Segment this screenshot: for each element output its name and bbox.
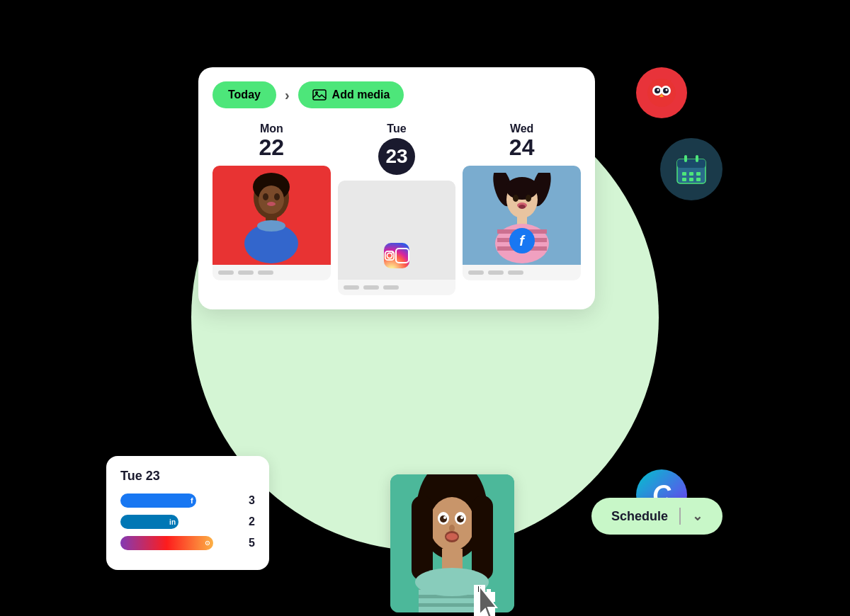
person1-silhouette: [232, 173, 310, 265]
stat-bar-ig: ⊙: [120, 536, 213, 550]
svg-rect-19: [696, 178, 701, 181]
day-header-tue: Tue 23: [378, 122, 415, 175]
facebook-badge-wed: f: [509, 228, 535, 253]
toolbar: Today › Add media: [212, 81, 581, 108]
calendar-grid: Mon 22: [212, 122, 581, 295]
day-name-wed: Wed: [509, 122, 535, 135]
stat-count-ig: 5: [241, 537, 255, 549]
facebook-bar-icon: f: [191, 496, 193, 505]
stat-count-li: 2: [241, 515, 255, 528]
svg-point-28: [274, 193, 280, 200]
person1-image: [212, 166, 331, 265]
stat-bar-wrap-fb: f: [120, 494, 237, 508]
svg-rect-13: [696, 155, 698, 162]
day-col-mon: Mon 22: [212, 122, 331, 295]
day-name-mon: Mon: [259, 122, 285, 135]
today-button[interactable]: Today: [212, 81, 276, 108]
svg-point-5: [657, 89, 659, 91]
cursor-hand: [470, 585, 506, 616]
chevron-down-icon[interactable]: ⌄: [692, 508, 703, 524]
stat-row-instagram: ⊙ 5: [120, 536, 255, 550]
svg-point-54: [440, 515, 447, 523]
post-dot-3: [258, 270, 273, 275]
day-col-wed: Wed 24: [463, 122, 581, 295]
stat-row-facebook: f 3: [120, 494, 255, 508]
scene: C Today › Add media Mon 22: [106, 25, 744, 591]
day-name-tue: Tue: [378, 122, 415, 135]
day-header-wed: Wed 24: [509, 122, 535, 160]
post-dot-5: [363, 285, 379, 290]
svg-rect-50: [412, 496, 433, 581]
stat-bar-fb: f: [120, 494, 196, 508]
stat-bar-wrap-ig: ⊙: [120, 536, 237, 550]
stat-count-fb: 3: [241, 494, 255, 507]
day-num-tue: 23: [378, 138, 415, 175]
svg-point-57: [460, 516, 463, 519]
svg-rect-20: [313, 90, 326, 100]
day-num-wed: 24: [509, 135, 535, 160]
svg-point-29: [267, 202, 276, 206]
cursor-hand-icon: [470, 585, 506, 616]
svg-rect-17: [682, 178, 686, 181]
svg-point-44: [526, 195, 531, 202]
facebook-icon: f: [509, 228, 535, 253]
linkedin-bar-icon: in: [169, 518, 176, 526]
stat-row-linkedin: in 2: [120, 515, 255, 529]
post-card-wed[interactable]: f: [463, 166, 581, 280]
svg-point-55: [457, 515, 464, 523]
post-dot-2: [238, 270, 254, 275]
post-footer-mon: [212, 265, 331, 280]
post-dot-6: [383, 285, 399, 290]
svg-point-46: [518, 205, 526, 209]
svg-rect-16: [696, 172, 701, 176]
post-dot-9: [508, 270, 523, 275]
stat-bar-li: in: [120, 515, 178, 529]
svg-point-27: [263, 193, 268, 200]
svg-rect-18: [689, 178, 693, 181]
schedule-label: Schedule: [611, 509, 668, 524]
schedule-button[interactable]: Schedule ⌄: [591, 498, 722, 535]
post-footer-wed: [463, 265, 581, 280]
stats-title: Tue 23: [120, 469, 255, 484]
calendar-icon: [674, 152, 708, 186]
calendar-badge[interactable]: [660, 138, 722, 200]
schedule-divider: [679, 508, 681, 525]
hootsuite-owl-icon: [647, 78, 676, 108]
post-dot-1: [218, 270, 234, 275]
svg-point-43: [513, 195, 518, 202]
post-dot-7: [468, 270, 484, 275]
instagram-bar-icon: ⊙: [205, 540, 210, 547]
media-icon: [312, 89, 327, 101]
svg-point-56: [443, 516, 446, 519]
svg-point-33: [392, 252, 393, 253]
chevron-right-icon[interactable]: ›: [285, 87, 290, 103]
svg-point-26: [259, 186, 284, 214]
hootsuite-badge[interactable]: [636, 67, 687, 118]
svg-rect-14: [682, 172, 686, 176]
svg-rect-12: [684, 155, 687, 162]
svg-rect-11: [677, 159, 706, 168]
post-footer-tue: [338, 280, 456, 295]
svg-point-49: [429, 497, 475, 551]
add-media-button[interactable]: Add media: [298, 81, 404, 108]
post-dot-4: [344, 285, 359, 290]
svg-point-6: [666, 89, 668, 91]
stats-card: Tue 23 f 3 in 2 ⊙: [106, 456, 269, 570]
svg-rect-15: [689, 172, 693, 176]
post-card-tue[interactable]: [338, 181, 456, 295]
svg-rect-77: [474, 598, 477, 602]
calendar-card: Today › Add media Mon 22: [198, 67, 595, 309]
day-num-mon: 22: [259, 135, 285, 160]
stat-bar-wrap-li: in: [120, 515, 237, 529]
instagram-badge-tue: [384, 243, 409, 268]
day-col-tue: Tue 23: [338, 122, 456, 295]
svg-point-37: [506, 177, 538, 200]
post-card-mon[interactable]: [212, 166, 331, 280]
svg-rect-51: [472, 496, 493, 581]
post-dot-8: [488, 270, 504, 275]
svg-point-58: [449, 525, 455, 532]
svg-point-30: [257, 220, 285, 232]
instagram-icon: [384, 243, 409, 268]
svg-point-32: [387, 253, 392, 258]
svg-point-60: [446, 533, 458, 540]
